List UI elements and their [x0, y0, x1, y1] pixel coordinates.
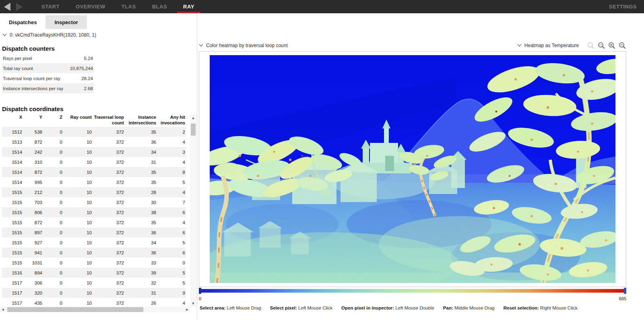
table-cell: 310 [23, 160, 43, 165]
table-cell: 372 [93, 180, 125, 185]
table-row[interactable]: 1515872010372354 [2, 217, 186, 227]
table-row[interactable]: 1515927010372345 [2, 237, 186, 248]
table-cell: 372 [93, 301, 125, 306]
vertical-scroll-thumb[interactable] [191, 124, 196, 136]
table-row[interactable]: 1515897010372366 [2, 227, 186, 237]
nav-tab-settings[interactable]: SETTINGS [602, 0, 644, 13]
ray-subtabs: DispatchesInspector [0, 15, 87, 29]
table-cell: 36 [125, 140, 157, 145]
dispatch-expander-label: 0: vkCmdTraceRaysKHR(1920, 1080, 1) [10, 32, 96, 38]
table-cell: 10 [63, 170, 93, 175]
nav-tab-tlas[interactable]: TLAS [116, 0, 142, 13]
table-cell: 1515 [2, 220, 23, 225]
table-row[interactable]: 15151031010372330 [2, 258, 186, 268]
table-row[interactable]: 1517435010372264 [2, 298, 186, 307]
scale-max-handle[interactable] [624, 288, 626, 294]
heatmap-viewport[interactable] [199, 51, 626, 287]
tab-inspector[interactable]: Inspector [45, 15, 87, 29]
table-cell: 1515 [2, 230, 23, 235]
table-cell: 5 [157, 180, 186, 185]
table-row[interactable]: 1513872010372364 [2, 137, 186, 147]
table-cell: 1515 [2, 260, 23, 265]
nav-tab-blas[interactable]: BLAS [146, 0, 173, 13]
table-row[interactable]: 1515703010372307 [2, 197, 186, 207]
table-cell: 10 [63, 301, 93, 306]
table-cell: 894 [23, 270, 43, 275]
table-cell: 1517 [2, 291, 23, 295]
tab-dispatches[interactable]: Dispatches [0, 15, 45, 29]
scale-min-label: 0 [199, 296, 201, 301]
zoom-reset-icon[interactable] [587, 42, 595, 50]
dispatch-expander[interactable]: 0: vkCmdTraceRaysKHR(1920, 1080, 1) [2, 32, 96, 38]
nav-tab-start[interactable]: START [35, 0, 66, 13]
table-row[interactable]: 1514242010372343 [2, 147, 186, 157]
counters-table: Rays per pixel5.24Total ray count10,875,… [2, 53, 94, 93]
table-row[interactable]: 1514995010372355 [2, 177, 186, 187]
scroll-up-arrow-icon[interactable]: ▲ [190, 115, 196, 121]
scale-min-handle[interactable] [199, 288, 201, 294]
scroll-left-arrow-icon[interactable]: ◄ [0, 307, 6, 312]
table-cell: 4 [157, 301, 186, 306]
table-cell: 5 [157, 281, 186, 285]
column-header-y[interactable]: Y [23, 115, 43, 120]
column-header-instance-intersections[interactable]: Instance intersections [125, 115, 157, 126]
table-row[interactable]: 1517320010372319 [2, 288, 186, 298]
table-cell: 1515 [2, 210, 23, 215]
scroll-down-arrow-icon[interactable]: ▼ [190, 300, 196, 307]
table-cell: 8 [157, 170, 186, 175]
table-cell: 10 [63, 281, 93, 285]
table-cell: 0 [43, 200, 63, 205]
zoom-in-icon[interactable] [608, 42, 616, 50]
table-cell: 5 [157, 270, 186, 275]
table-cell: 872 [23, 140, 43, 145]
heatmap-type-dropdown[interactable]: Heatmap as Temperature [517, 43, 579, 48]
counter-value: 10,875,244 [70, 66, 93, 71]
table-row[interactable]: 1515212010372284 [2, 187, 186, 197]
column-header-z[interactable]: Z [43, 115, 63, 120]
forward-arrow-icon[interactable] [16, 3, 23, 11]
table-cell: 0 [43, 270, 63, 275]
table-row[interactable]: 1517306010372325 [2, 278, 186, 288]
table-cell: 372 [93, 240, 125, 245]
counter-label: Traversal loop count per ray [3, 76, 60, 81]
table-cell: 4 [157, 140, 186, 145]
table-cell: 806 [23, 210, 43, 215]
table-cell: 10 [63, 180, 93, 185]
table-row[interactable]: 1514872010372358 [2, 167, 186, 177]
column-header-traversal-loop-count[interactable]: Traversal loop count [93, 115, 125, 126]
column-header-ray-count[interactable]: Ray count [63, 115, 93, 120]
table-row[interactable]: 1512538010372352 [2, 127, 186, 137]
table-cell: 1517 [2, 301, 23, 306]
column-header-any-hit-invocations[interactable]: Any hit invocations [157, 115, 186, 126]
table-cell: 10 [63, 240, 93, 245]
table-cell: 2 [157, 130, 186, 134]
table-horizontal-scrollbar[interactable]: ◄ ► [0, 307, 190, 312]
column-header-x[interactable]: X [2, 115, 23, 120]
table-row[interactable]: 1515941010372366 [2, 248, 186, 258]
nav-tab-ray[interactable]: RAY [177, 0, 200, 13]
table-cell: 320 [23, 291, 43, 295]
zoom-out-icon[interactable] [619, 42, 626, 50]
counter-label: Total ray count [3, 66, 33, 71]
table-cell: 35 [125, 170, 157, 175]
table-cell: 6 [157, 210, 186, 215]
table-row[interactable]: 1514310010372314 [2, 157, 186, 167]
scroll-right-arrow-icon[interactable]: ► [184, 307, 190, 312]
horizontal-scroll-thumb[interactable] [7, 307, 143, 312]
table-cell: 34 [125, 240, 157, 245]
nav-tab-overview[interactable]: OVERVIEW [70, 0, 111, 13]
table-cell: 7 [157, 200, 186, 205]
table-row[interactable]: 1515806010372386 [2, 207, 186, 217]
table-row[interactable]: 1516894010372395 [2, 268, 186, 278]
table-cell: 372 [93, 250, 125, 255]
table-cell: 306 [23, 281, 43, 285]
back-arrow-icon[interactable] [4, 3, 11, 11]
table-cell: 1513 [2, 140, 23, 145]
heatmap-colorize-dropdown[interactable]: Color heatmap by traversal loop count [199, 43, 288, 48]
table-cell: 1515 [2, 240, 23, 245]
table-cell: 6 [157, 250, 186, 255]
heatmap-render[interactable] [210, 55, 615, 283]
coordinates-table-header: XYZRay countTraversal loop countInstance… [2, 115, 186, 126]
zoom-to-selection-icon[interactable] [598, 42, 605, 50]
table-vertical-scrollbar[interactable]: ▲ ▼ [190, 115, 196, 307]
